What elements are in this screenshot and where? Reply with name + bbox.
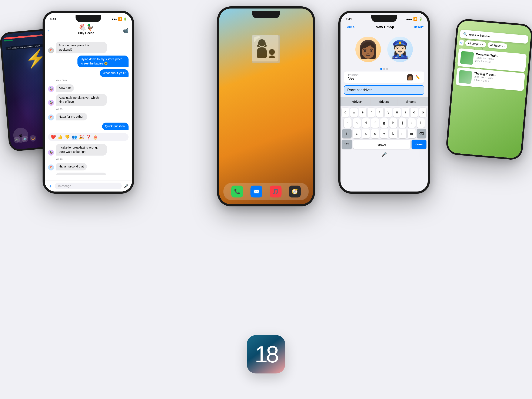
edit-icon[interactable]: ✏️ (415, 75, 420, 80)
chevron-down-icon-2: ▾ (503, 45, 505, 47)
memoji-alt[interactable]: 👮🏻‍♀️ (387, 37, 413, 62)
contact-name: Silly Geese (51, 31, 121, 35)
key-h[interactable]: h (389, 118, 397, 128)
key-z[interactable]: z (353, 129, 361, 138)
key-space[interactable]: space (353, 139, 410, 149)
key-d[interactable]: d (362, 118, 370, 128)
signal-icon: ●●● (112, 18, 117, 21)
trail-thumb-2 (458, 70, 472, 84)
key-l[interactable]: l (417, 118, 425, 128)
key-s[interactable]: s (353, 118, 361, 128)
react-question[interactable]: ❓ (86, 134, 91, 139)
phone-app-icon[interactable]: 📞 (231, 186, 243, 197)
key-i[interactable]: i (402, 108, 409, 117)
emoji-status-icons: ●●● 📶 🔋 (406, 17, 423, 21)
key-v[interactable]: v (380, 129, 388, 138)
react-thumbsdown[interactable]: 👎 (65, 134, 70, 139)
game-icon-1[interactable]: 🎮 (13, 136, 20, 143)
avatar-will: 🐔 (48, 114, 54, 120)
filter-lengths-text: All Lengths (468, 42, 481, 46)
maps-back-button[interactable]: ⊙ (459, 40, 464, 46)
messages-header: ‹ 🐔 🦆 Silly Geese › 📹 (45, 22, 132, 39)
key-t[interactable]: t (376, 108, 383, 117)
key-c[interactable]: c (371, 129, 379, 138)
key-a[interactable]: a (344, 118, 352, 128)
key-n[interactable]: n (399, 129, 406, 138)
battery-icon: 🔋 (123, 18, 127, 21)
add-attachment-button[interactable]: ＋ (48, 183, 53, 189)
emoji-insert-button[interactable]: Insert (414, 25, 424, 29)
message-5: 🦆 Absolutely no plans yet, which I kind … (48, 94, 128, 106)
filter-lengths[interactable]: All Lengths ▾ (465, 40, 486, 47)
emoji-cancel-button[interactable]: Cancel (345, 25, 355, 29)
key-123[interactable]: 123 (342, 139, 352, 149)
key-b[interactable]: b (389, 129, 397, 138)
emoji-battery: 🔋 (418, 17, 423, 21)
phone-maps: 🔍 Hikes in Sequoia ⊙ All Lengths ▾ All R… (445, 18, 532, 161)
key-f[interactable]: f (371, 118, 379, 128)
emoji-header: Cancel New Emoji Insert (341, 22, 428, 32)
message-3: What about y'all? (48, 69, 128, 77)
key-w[interactable]: w (350, 108, 357, 117)
filter-routes[interactable]: All Routes ▾ (487, 42, 507, 50)
status-icons: ●●● 📶 🔋 (112, 17, 127, 21)
message-input[interactable]: iMessage (55, 183, 122, 189)
dot-1 (380, 68, 382, 70)
key-done[interactable]: done (412, 139, 426, 149)
person-edit-icons: 👩🏾 ✏️ (406, 74, 420, 81)
compass-app-icon[interactable]: 🧭 (289, 186, 301, 197)
bubble-haha: Haha I second that (56, 163, 87, 171)
person-name: Vee (348, 76, 359, 81)
autocomplete-0[interactable]: *driver* (344, 99, 371, 105)
emoji-wifi: 📶 (413, 17, 417, 21)
bubble-lifes: Life's too short to leave a slice behind (56, 173, 107, 175)
emoji-notch (371, 15, 397, 22)
react-cake[interactable]: 🎂 (93, 134, 98, 139)
react-people[interactable]: 👥 (72, 134, 77, 139)
trail-thumb-1 (460, 51, 474, 65)
react-party[interactable]: 🎉 (79, 134, 84, 139)
message-cake: 🦆 If cake for breakfast is wrong, I don'… (48, 144, 128, 156)
mic-button[interactable]: 🎤 (124, 184, 128, 188)
autocomplete-1[interactable]: drivers (371, 99, 398, 105)
bubble-1: Anyone have plans this weekend? (56, 42, 107, 53)
key-m[interactable]: m (408, 129, 416, 138)
keyboard-mic-area: 🎤 (341, 150, 428, 159)
mail-app-icon[interactable]: ✉️ (250, 186, 262, 197)
avatar-1: 🐔 (48, 47, 54, 53)
music-app-icon[interactable]: 🎵 (270, 186, 282, 197)
home-dock: 📞 ✉️ 🎵 🧭 (223, 183, 309, 200)
message-1: 🐔 Anyone have plans this weekend? (48, 42, 128, 53)
key-q[interactable]: q (342, 108, 349, 117)
keyboard-mic-icon[interactable]: 🎤 (381, 152, 387, 157)
key-k[interactable]: k (408, 118, 416, 128)
back-button[interactable]: ‹ (48, 28, 50, 33)
messages-screen: 9:41 ●●● 📶 🔋 ‹ 🐔 🦆 Silly Geese › (45, 13, 132, 191)
key-j[interactable]: j (399, 118, 406, 128)
video-call-button[interactable]: 📹 (123, 28, 128, 33)
emoji-text-input[interactable]: Race car driver (344, 85, 424, 95)
game-icon-3[interactable]: 🔱 (30, 135, 37, 142)
trail-info-1: Congress Trail... Loop Hike · Tulare... … (475, 52, 524, 69)
react-thumbsup[interactable]: 👍 (58, 134, 63, 139)
key-shift[interactable]: ⇧ (342, 129, 352, 138)
react-heart[interactable]: ❤️ (51, 134, 56, 139)
main-scene: ⚡ Can't believe that was in the monument… (0, 0, 532, 399)
message-6: 🐔 Nada for me either! (48, 113, 128, 121)
autocomplete-bar: *driver* drivers driver's (341, 97, 428, 106)
avatar-mark2: 🦆 (48, 100, 54, 106)
key-delete[interactable]: ⌫ (417, 129, 426, 138)
memoji-main[interactable]: 👩🏾 (355, 37, 381, 62)
emoji-screen: 9:41 ●●● 📶 🔋 Cancel New Emoji Insert 👩🏾 … (341, 13, 428, 191)
key-r[interactable]: r (367, 108, 375, 117)
key-o[interactable]: o (411, 108, 418, 117)
key-u[interactable]: u (393, 108, 400, 117)
game-icon-2[interactable]: ⚙️ (21, 136, 29, 143)
phone-messages: 9:41 ●●● 📶 🔋 ‹ 🐔 🦆 Silly Geese › (43, 11, 134, 194)
key-g[interactable]: g (380, 118, 388, 128)
key-y[interactable]: y (385, 108, 392, 117)
key-x[interactable]: x (362, 129, 370, 138)
key-e[interactable]: e (359, 108, 366, 117)
autocomplete-2[interactable]: driver's (398, 99, 424, 105)
key-p[interactable]: p (419, 108, 426, 117)
